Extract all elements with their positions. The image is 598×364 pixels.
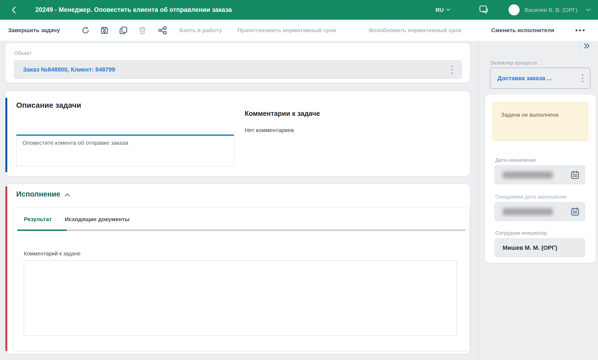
sidebar-divider xyxy=(478,41,478,360)
execution-card: Исполнение Результат Исходящие документы… xyxy=(5,184,470,354)
tab-result[interactable]: Результат xyxy=(24,216,52,223)
process-instance-link[interactable]: Доставка заказа ... xyxy=(497,75,552,82)
comments-empty-text: Нет комментариев xyxy=(245,127,294,133)
complete-task-button[interactable]: Завершить задачу xyxy=(8,20,60,41)
masked-date-value xyxy=(503,208,553,215)
masked-date-value xyxy=(503,171,553,178)
task-info-card: Задача не выполнена Дата назначения Ожид… xyxy=(485,95,596,263)
task-page: 20249 - Менеджер. Оповестить клиента об … xyxy=(0,0,598,364)
chevron-double-right-icon xyxy=(583,43,591,49)
execution-panel: Результат Исходящие документы Комментари… xyxy=(14,208,469,350)
calendar-icon[interactable] xyxy=(570,170,580,180)
back-button[interactable] xyxy=(0,0,28,20)
kebab-menu-icon[interactable] xyxy=(449,64,455,76)
task-comment-input[interactable] xyxy=(24,260,457,336)
chevron-down-icon xyxy=(586,9,590,11)
horizontal-scrollbar-track[interactable] xyxy=(0,360,598,364)
assigned-date-field xyxy=(495,166,585,184)
blue-accent-bar xyxy=(5,98,7,172)
language-value: RU xyxy=(436,7,444,13)
task-description-text: Оповестите клиента об отправке заказа xyxy=(16,134,234,166)
language-selector[interactable]: RU xyxy=(418,0,467,20)
object-card: Объект Заказ №848800, Клиент: 848799 xyxy=(5,43,470,83)
chevron-down-icon xyxy=(446,9,450,11)
expected-completion-field xyxy=(495,202,585,221)
active-tab-underline xyxy=(17,230,67,231)
chevron-up-icon xyxy=(65,193,70,197)
task-comment-label: Комментарий к задаче xyxy=(24,251,81,257)
chevron-left-icon xyxy=(11,6,17,14)
object-label: Объект xyxy=(14,50,32,56)
comments-title: Комментарии к задаче xyxy=(245,110,320,117)
description-card: Описание задачи Оповестите клиента об от… xyxy=(5,91,470,176)
initiator-field: Мишев М. М. (ОРГ) xyxy=(495,238,585,257)
status-badge: Задача не выполнена xyxy=(493,102,588,141)
ellipsis-icon: ••• xyxy=(575,26,586,35)
chat-icon xyxy=(479,5,489,15)
description-title: Описание задачи xyxy=(16,101,81,110)
resume-deadline-button[interactable]: Возобновить нормативный срок xyxy=(369,20,461,41)
pause-deadline-button[interactable]: Приостановить нормативный срок xyxy=(237,20,336,41)
user-menu[interactable]: Василев В. В. (ОРГ) xyxy=(500,0,598,20)
initiator-value: Мишев М. М. (ОРГ) xyxy=(503,244,557,251)
tab-outgoing-documents[interactable]: Исходящие документы xyxy=(65,216,129,223)
task-toolbar: Завершить задачу xyxy=(0,20,598,41)
process-instance-label: Экземляр процесса xyxy=(490,60,537,66)
expected-completion-label: Ожидаемая дата завершения xyxy=(495,194,566,200)
top-header-bar: 20249 - Менеджер. Оповестить клиента об … xyxy=(0,0,598,20)
user-name: Василев В. В. (ОРГ) xyxy=(524,7,577,13)
tab-underline-track xyxy=(17,230,466,231)
take-to-work-button[interactable]: Взять в работу xyxy=(179,20,222,41)
kebab-menu-icon[interactable] xyxy=(580,72,586,84)
execution-title: Исполнение xyxy=(16,190,60,198)
execution-tabs: Результат Исходящие документы xyxy=(24,216,129,223)
execution-section-toggle[interactable]: Исполнение xyxy=(16,190,70,198)
refresh-icon[interactable] xyxy=(81,20,90,41)
assigned-date-label: Дата назначения xyxy=(495,157,536,163)
copy-icon[interactable] xyxy=(119,20,128,41)
initiator-label: Сотрудник инициатор xyxy=(495,230,547,236)
calendar-icon[interactable] xyxy=(570,207,580,217)
red-accent-bar xyxy=(5,186,7,351)
more-actions-button[interactable]: ••• xyxy=(575,20,586,41)
avatar xyxy=(509,4,520,15)
change-assignee-button[interactable]: Сменить исполнителя xyxy=(491,20,554,41)
trash-icon[interactable] xyxy=(138,20,147,41)
process-instance-field: Доставка заказа ... xyxy=(490,68,590,89)
collapse-divider xyxy=(579,41,579,54)
page-title: 20249 - Менеджер. Оповестить клиента об … xyxy=(35,6,232,14)
object-link[interactable]: Заказ №848800, Клиент: 848799 xyxy=(23,66,115,73)
object-field: Заказ №848800, Клиент: 848799 xyxy=(14,60,462,79)
collapse-sidebar-button[interactable] xyxy=(583,43,591,49)
share-icon[interactable] xyxy=(158,20,167,41)
messages-button[interactable] xyxy=(468,0,500,20)
save-icon[interactable] xyxy=(100,20,109,41)
